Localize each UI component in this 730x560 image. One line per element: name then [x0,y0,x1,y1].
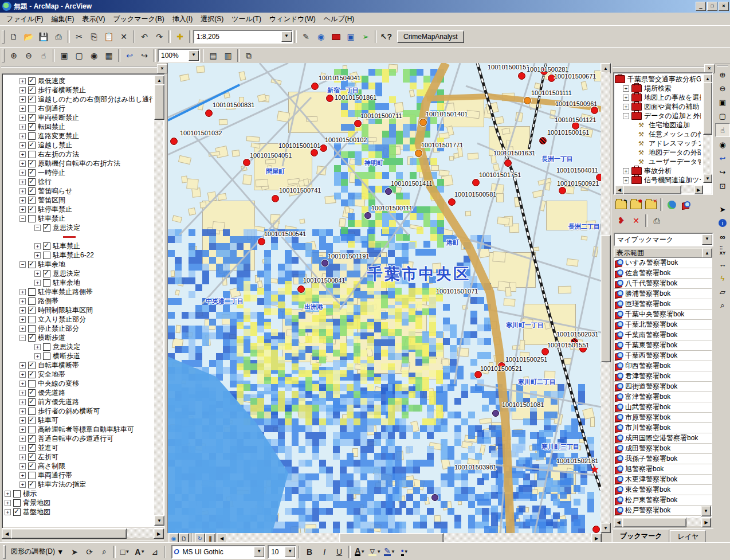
rotate-icon[interactable]: ⟳ [83,545,96,559]
menu-item-7[interactable]: ウィンドウ(W) [265,13,320,25]
layer-label[interactable]: 駐車余地 [38,260,65,269]
layer-label[interactable]: 標示 [23,489,37,499]
expander-icon[interactable]: + [19,105,26,112]
expander-icon[interactable]: + [19,371,26,378]
expander-icon[interactable]: + [19,289,26,295]
search-book-icon[interactable] [680,198,693,212]
expander-icon[interactable]: + [19,298,26,304]
layer-checkbox[interactable] [28,87,36,94]
layer-checkbox[interactable] [28,371,36,378]
scroll-down-icon[interactable]: ▼ [703,174,712,183]
crime-point[interactable] [431,494,438,501]
bookmark-item[interactable]: 君津警察署bok [614,371,712,382]
scroll-right-icon[interactable]: ▶ [154,528,164,539]
cut-icon[interactable]: ✂ [72,30,86,44]
layer-checkbox[interactable] [28,444,36,452]
measure-icon[interactable]: ↔ [716,258,729,271]
layer-label[interactable]: 基盤地図 [23,507,50,517]
layer-checkbox[interactable] [28,169,36,177]
modelbuilder-icon[interactable]: ➢ [359,30,372,44]
layer-label[interactable]: 横断歩道 [53,351,80,361]
toolbox-tree-row[interactable]: ⚒任意メッシュの作成 [615,130,701,139]
layer-label[interactable]: 進路変更禁止 [38,131,79,141]
toc-hscrollbar[interactable]: ◀ ▶ [2,528,164,538]
select-features-icon[interactable]: ⊡ [716,179,729,192]
expander-icon[interactable]: + [623,177,629,183]
toolbox-tree-row[interactable]: −データの追加と外部出 [615,111,701,120]
expander-icon[interactable]: + [34,344,41,350]
layer-label[interactable]: 普通自転車の歩道通行可 [38,434,113,444]
line-color-button[interactable]: ✎ ▼ [383,545,397,559]
layer-checkbox[interactable] [28,151,36,158]
toolbox-item-label[interactable]: 場所検索 [644,84,672,93]
layer-label[interactable]: 徐行 [38,177,52,187]
toolbox-tree-row[interactable]: ⚒地図データの外部出力 [615,148,701,157]
expander-icon[interactable]: + [5,509,11,515]
expander-icon[interactable]: + [19,390,26,396]
fill-color-button[interactable]: 🜄 ▼ [368,545,382,559]
expander-icon[interactable]: + [19,436,26,442]
go-forward-icon[interactable]: ↪ [138,49,151,62]
layer-checkbox[interactable] [28,325,36,332]
crime-point[interactable] [591,465,599,473]
bookmark-item[interactable]: 勝浦警察署bok [614,289,712,299]
layer-checkbox[interactable] [28,297,36,305]
crime-point[interactable] [524,97,531,104]
font-size-combobox[interactable]: 10▼ [268,545,296,559]
layer-label[interactable]: 右側通行 [38,104,65,113]
link-icon[interactable]: ⧉ [242,49,256,62]
font-color-button[interactable]: A ▼ [353,545,367,559]
layer-checkbox[interactable] [28,96,36,103]
bookmark-item[interactable]: 佐倉警察署bok [614,268,712,279]
magnifier-window-icon[interactable]: ⌕ [716,299,729,312]
bookmark-hscroll-thumb[interactable] [622,518,686,527]
toolbox-item-label[interactable]: データの追加と外部出 [644,111,701,121]
new-icon[interactable]: 🗋 [7,30,21,44]
toolbox-vscroll-thumb[interactable] [703,82,712,135]
expander-icon[interactable]: + [34,271,41,277]
layer-checkbox[interactable] [13,508,21,516]
redo-icon[interactable]: ↷ [152,30,166,44]
bookmark-item[interactable]: 八千代警察署bok [614,279,712,289]
fixed-zoom-out-icon[interactable]: ▢ [72,49,86,62]
text-tool-icon[interactable]: A ▼ [133,545,147,559]
expander-icon[interactable]: − [19,261,26,268]
expander-icon[interactable]: − [19,335,26,341]
arctoolbox-icon[interactable] [329,30,343,44]
layer-checkbox[interactable] [28,77,36,85]
html-popup-icon[interactable]: ▱ [716,285,729,298]
crime-point[interactable] [311,83,319,90]
crime-point[interactable] [415,150,422,157]
toc-hscroll-thumb[interactable] [11,528,127,539]
bookmark-item[interactable]: 匝瑳警察署bok [614,299,712,310]
crime-point[interactable] [591,107,598,114]
zoom-out-icon[interactable]: ⊖ [716,82,729,95]
menu-item-3[interactable]: ブックマーク(B) [109,13,168,25]
layer-label[interactable]: 意思決定 [53,269,80,279]
crime-point[interactable] [419,119,427,126]
bookmark-set-dropdown[interactable]: マイブックマーク ▼ [614,233,713,246]
bookmark-item[interactable]: 千葉中央警察署bok [614,310,712,320]
layer-checkbox[interactable] [28,160,36,167]
layer-label[interactable]: 歩行者横断禁止 [38,85,86,95]
crime-point[interactable] [243,159,250,166]
layer-label[interactable]: 歩行者の斜め横断可 [38,406,100,416]
layer-checkbox[interactable] [28,481,36,488]
expander-icon[interactable]: + [623,85,629,92]
layer-checkbox[interactable] [28,215,36,222]
open-icon[interactable]: 📂 [22,30,36,44]
expander-icon[interactable]: + [19,115,26,121]
print-icon[interactable]: ⎙ [52,30,65,44]
toolbar-grip[interactable] [717,64,728,68]
scale-combobox[interactable]: 1:8,205▼ [193,30,293,44]
expander-icon[interactable]: + [19,426,26,433]
bookmark-item[interactable]: 印西警察署bok [614,361,712,371]
undo-icon[interactable]: ↶ [138,30,151,44]
expander-icon[interactable]: + [5,491,11,497]
layer-label[interactable]: 駐車禁止6-22 [53,250,94,260]
toolbox-item-label[interactable]: 任意メッシュの作成 [649,130,701,139]
expander-icon[interactable]: + [623,95,629,101]
menu-item-6[interactable]: ツール(T) [227,13,265,25]
layer-checkbox[interactable] [28,178,36,186]
chevron-down-icon[interactable]: ▼ [189,50,199,61]
